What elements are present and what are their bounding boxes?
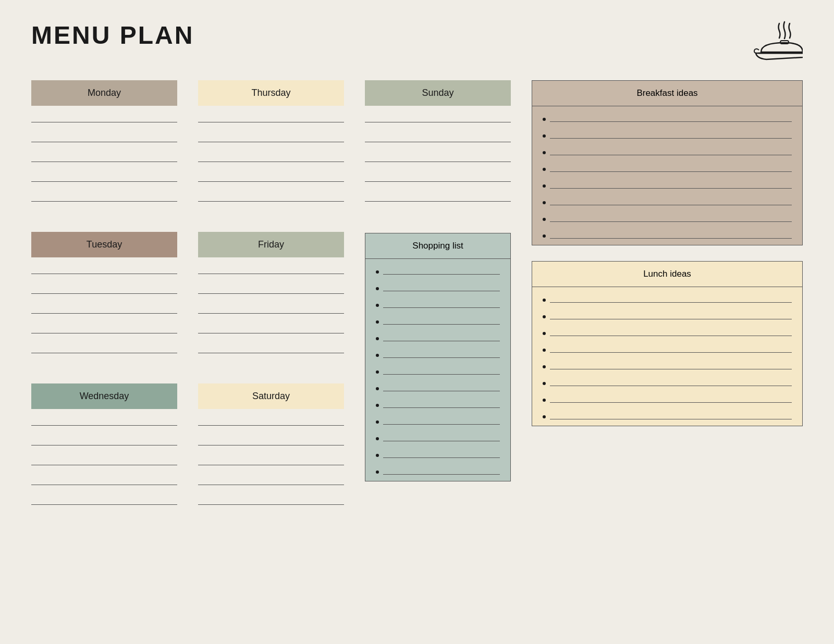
tuesday-header: Tuesday: [31, 232, 177, 257]
shopping-item-13[interactable]: [376, 465, 500, 475]
breakfast-ideas-content: [532, 106, 802, 245]
column-1: Monday Tuesday: [31, 80, 177, 535]
sunday-line-5[interactable]: [365, 191, 511, 202]
wednesday-line-5[interactable]: [31, 494, 177, 505]
wednesday-lines: [31, 415, 177, 505]
lunch-item-7[interactable]: [543, 393, 792, 403]
shopping-item-3[interactable]: [376, 299, 500, 308]
friday-line-1[interactable]: [198, 264, 344, 274]
bullet-dot: [543, 218, 546, 221]
tuesday-line-1[interactable]: [31, 264, 177, 274]
saturday-section: Saturday: [198, 383, 344, 521]
bullet-dot: [543, 382, 546, 385]
monday-line-2[interactable]: [31, 132, 177, 142]
friday-line-4[interactable]: [198, 323, 344, 333]
shopping-item-4[interactable]: [376, 315, 500, 325]
saturday-line-2[interactable]: [198, 435, 344, 445]
saturday-line-1[interactable]: [198, 415, 344, 426]
sunday-line-1[interactable]: [365, 112, 511, 122]
shopping-rule-13: [383, 465, 500, 475]
tuesday-line-4[interactable]: [31, 323, 177, 333]
bullet-dot: [376, 437, 379, 440]
bullet-dot: [543, 234, 546, 238]
shopping-item-10[interactable]: [376, 415, 500, 425]
friday-section: Friday: [198, 232, 344, 369]
bullet-dot: [376, 420, 379, 424]
shopping-item-8[interactable]: [376, 382, 500, 391]
shopping-rule-4: [383, 315, 500, 325]
breakfast-rule-1: [550, 113, 792, 122]
lunch-item-8[interactable]: [543, 410, 792, 419]
monday-line-3[interactable]: [31, 152, 177, 162]
saturday-line-4[interactable]: [198, 475, 344, 485]
shopping-list-content: [365, 259, 510, 481]
shopping-item-5[interactable]: [376, 332, 500, 341]
wednesday-label: Wednesday: [80, 391, 129, 402]
bullet-dot: [376, 454, 379, 457]
saturday-line-5[interactable]: [198, 494, 344, 505]
lunch-rule-3: [550, 327, 792, 336]
tuesday-line-2[interactable]: [31, 283, 177, 294]
breakfast-rule-2: [550, 129, 792, 139]
bullet-dot: [543, 151, 546, 154]
breakfast-item-2[interactable]: [543, 129, 792, 139]
lunch-item-1[interactable]: [543, 293, 792, 303]
shopping-item-11[interactable]: [376, 432, 500, 441]
page-header: MENU PLAN: [31, 21, 803, 65]
shopping-rule-8: [383, 382, 500, 391]
breakfast-item-6[interactable]: [543, 196, 792, 205]
monday-line-5[interactable]: [31, 191, 177, 202]
breakfast-item-4[interactable]: [543, 163, 792, 172]
lunch-ideas-content: [532, 287, 802, 426]
breakfast-item-5[interactable]: [543, 179, 792, 189]
friday-line-3[interactable]: [198, 303, 344, 314]
shopping-rule-12: [383, 449, 500, 458]
thursday-lines: [198, 112, 344, 202]
shopping-item-1[interactable]: [376, 265, 500, 275]
breakfast-item-3[interactable]: [543, 146, 792, 155]
shopping-rule-9: [383, 399, 500, 408]
monday-line-4[interactable]: [31, 171, 177, 182]
wednesday-line-4[interactable]: [31, 475, 177, 485]
thursday-line-2[interactable]: [198, 132, 344, 142]
thursday-header: Thursday: [198, 80, 344, 106]
lunch-item-6[interactable]: [543, 377, 792, 386]
shopping-rule-7: [383, 365, 500, 375]
friday-line-5[interactable]: [198, 343, 344, 353]
wednesday-line-3[interactable]: [31, 455, 177, 465]
wednesday-line-1[interactable]: [31, 415, 177, 426]
breakfast-item-1[interactable]: [543, 113, 792, 122]
lunch-item-5[interactable]: [543, 360, 792, 369]
friday-line-2[interactable]: [198, 283, 344, 294]
thursday-line-5[interactable]: [198, 191, 344, 202]
breakfast-item-7[interactable]: [543, 213, 792, 222]
shopping-rule-10: [383, 415, 500, 425]
shopping-item-9[interactable]: [376, 399, 500, 408]
monday-line-1[interactable]: [31, 112, 177, 122]
bullet-dot: [543, 201, 546, 204]
wednesday-line-2[interactable]: [31, 435, 177, 445]
sunday-line-3[interactable]: [365, 152, 511, 162]
shopping-list-box: Shopping list: [365, 233, 511, 481]
saturday-line-3[interactable]: [198, 455, 344, 465]
shopping-item-6[interactable]: [376, 349, 500, 358]
tuesday-line-5[interactable]: [31, 343, 177, 353]
thursday-line-3[interactable]: [198, 152, 344, 162]
thursday-line-4[interactable]: [198, 171, 344, 182]
bullet-dot: [376, 320, 379, 324]
breakfast-item-8[interactable]: [543, 229, 792, 239]
lunch-item-2[interactable]: [543, 310, 792, 319]
thursday-line-1[interactable]: [198, 112, 344, 122]
shopping-item-2[interactable]: [376, 282, 500, 291]
bullet-dot: [543, 118, 546, 121]
lunch-item-4[interactable]: [543, 343, 792, 353]
saturday-label: Saturday: [252, 391, 290, 402]
monday-header: Monday: [31, 80, 177, 106]
sunday-line-2[interactable]: [365, 132, 511, 142]
lunch-item-3[interactable]: [543, 327, 792, 336]
sunday-line-4[interactable]: [365, 171, 511, 182]
tuesday-line-3[interactable]: [31, 303, 177, 314]
bullet-dot: [543, 315, 546, 318]
shopping-item-12[interactable]: [376, 449, 500, 458]
shopping-item-7[interactable]: [376, 365, 500, 375]
